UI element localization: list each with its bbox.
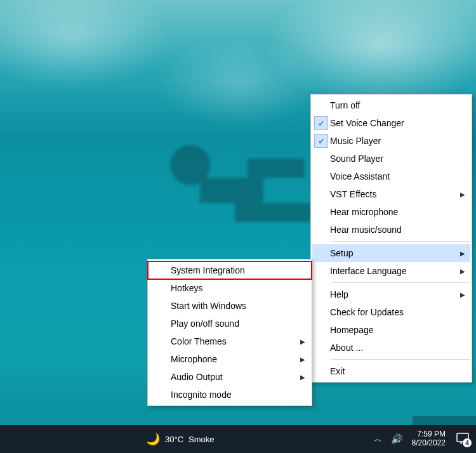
menu-hear-music-sound[interactable]: Hear music/sound xyxy=(312,221,470,239)
menu-label: Play on/off sound xyxy=(171,318,296,329)
menu-label: Hear music/sound xyxy=(330,225,456,235)
menu-label: Check for Updates xyxy=(330,307,456,317)
menu-interface-language[interactable]: Interface Language ▶ xyxy=(312,262,470,280)
menu-homepage[interactable]: Homepage xyxy=(312,321,470,339)
menu-label: Sound Player xyxy=(330,154,456,164)
clock[interactable]: 7:59 PM 8/20/2022 xyxy=(412,430,446,448)
menu-label: Interface Language xyxy=(330,266,456,276)
menu-hotkeys[interactable]: Hotkeys xyxy=(149,279,310,297)
menu-label: Audio Output xyxy=(171,372,296,382)
chevron-right-icon: ▶ xyxy=(300,356,305,363)
weather-condition: Smoke xyxy=(188,435,214,444)
taskbar: 🌙 30°C Smoke ︿ 🔊 7:59 PM 8/20/2022 4 xyxy=(0,425,476,453)
menu-sound-player[interactable]: Sound Player xyxy=(312,150,470,167)
chevron-right-icon: ▶ xyxy=(300,374,305,381)
menu-music-player[interactable]: ✓ Music Player xyxy=(312,132,470,150)
chevron-right-icon: ▶ xyxy=(460,191,465,198)
chevron-right-icon: ▶ xyxy=(460,268,465,275)
notifications-button[interactable]: 4 xyxy=(456,431,470,445)
tray-highlight xyxy=(413,416,476,425)
menu-system-integration[interactable]: System Integration xyxy=(149,261,310,279)
menu-check-updates[interactable]: Check for Updates xyxy=(312,303,470,321)
volume-icon[interactable]: 🔊 xyxy=(391,433,403,445)
menu-label: Exit xyxy=(330,366,456,376)
menu-label: Microphone xyxy=(171,354,296,364)
menu-label: Homepage xyxy=(330,325,456,335)
menu-color-themes[interactable]: Color Themes ▶ xyxy=(149,332,310,350)
menu-turn-off[interactable]: Turn off xyxy=(312,96,470,114)
menu-label: VST Effects xyxy=(330,189,456,199)
menu-separator xyxy=(331,282,470,283)
menu-label: Music Player xyxy=(330,136,456,146)
menu-label: Hear microphone xyxy=(330,207,456,217)
notification-badge: 4 xyxy=(463,438,472,447)
chevron-right-icon: ▶ xyxy=(460,250,465,257)
menu-setup[interactable]: Setup ▶ xyxy=(312,244,470,262)
weather-temp: 30°C xyxy=(165,435,183,444)
menu-label: Hotkeys xyxy=(171,283,296,293)
menu-label: Start with Windows xyxy=(171,301,296,311)
menu-vst-effects[interactable]: VST Effects ▶ xyxy=(312,185,470,203)
menu-audio-output[interactable]: Audio Output ▶ xyxy=(149,368,310,386)
tray-overflow-icon[interactable]: ︿ xyxy=(374,433,382,445)
menu-label: Color Themes xyxy=(171,336,296,346)
menu-label: Incognito mode xyxy=(171,390,296,400)
menu-set-voice-changer[interactable]: ✓ Set Voice Changer xyxy=(312,114,470,132)
menu-label: Voice Assistant xyxy=(330,171,456,181)
context-menu-setup: System Integration Hotkeys Start with Wi… xyxy=(147,259,312,406)
clock-time: 7:59 PM xyxy=(417,430,446,439)
chevron-right-icon: ▶ xyxy=(300,338,305,345)
menu-separator xyxy=(331,359,470,360)
menu-hear-microphone[interactable]: Hear microphone xyxy=(312,203,470,221)
menu-label: Help xyxy=(330,289,456,299)
menu-label: System Integration xyxy=(171,265,296,275)
weather-icon: 🌙 xyxy=(146,432,160,446)
system-tray: ︿ 🔊 7:59 PM 8/20/2022 xyxy=(374,430,446,448)
menu-label: Set Voice Changer xyxy=(330,118,456,128)
menu-separator xyxy=(331,241,470,242)
weather-widget[interactable]: 🌙 30°C Smoke xyxy=(146,432,215,446)
menu-start-with-windows[interactable]: Start with Windows xyxy=(149,297,310,315)
menu-play-on-off-sound[interactable]: Play on/off sound xyxy=(149,315,310,332)
menu-microphone[interactable]: Microphone ▶ xyxy=(149,350,310,368)
menu-voice-assistant[interactable]: Voice Assistant xyxy=(312,167,470,185)
clock-date: 8/20/2022 xyxy=(412,439,446,448)
menu-label: Turn off xyxy=(330,100,456,110)
menu-exit[interactable]: Exit xyxy=(312,362,470,380)
menu-label: About ... xyxy=(330,343,456,353)
context-menu-main: Turn off ✓ Set Voice Changer ✓ Music Pla… xyxy=(310,94,472,383)
menu-help[interactable]: Help ▶ xyxy=(312,286,470,303)
menu-label: Setup xyxy=(330,248,456,258)
menu-incognito-mode[interactable]: Incognito mode xyxy=(149,386,310,404)
check-icon: ✓ xyxy=(314,116,328,130)
menu-about[interactable]: About ... xyxy=(312,339,470,357)
check-icon: ✓ xyxy=(314,134,328,148)
chevron-right-icon: ▶ xyxy=(460,291,465,298)
